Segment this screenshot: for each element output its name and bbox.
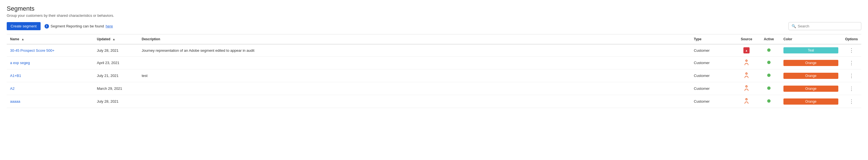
svg-point-5 bbox=[746, 86, 747, 87]
segment-type: Customer bbox=[690, 44, 735, 57]
color-bar: Orange bbox=[783, 86, 838, 92]
table-container: Name ▲ Updated ▲ Description Type Source bbox=[7, 34, 861, 108]
col-header-options: Options bbox=[842, 34, 861, 44]
search-input[interactable] bbox=[798, 24, 858, 28]
segment-color: Teal bbox=[780, 44, 842, 57]
table-row: A1+B1July 21, 2021testCustomer Orange⋮ bbox=[7, 69, 861, 82]
segment-active bbox=[758, 82, 780, 95]
segment-active bbox=[758, 69, 780, 82]
segment-source bbox=[735, 69, 758, 82]
segment-color: Orange bbox=[780, 95, 842, 108]
options-menu-button[interactable]: ⋮ bbox=[847, 47, 856, 54]
segment-options-cell: ⋮ bbox=[842, 82, 861, 95]
segment-source bbox=[735, 95, 758, 108]
segment-color: Orange bbox=[780, 82, 842, 95]
info-banner: i Segment Reporting can be found here bbox=[44, 24, 113, 29]
col-header-updated[interactable]: Updated ▲ bbox=[94, 34, 138, 44]
info-text: Segment Reporting can be found bbox=[51, 24, 104, 28]
color-bar: Teal bbox=[783, 47, 838, 54]
segment-description bbox=[138, 95, 690, 108]
search-box: 🔍 bbox=[788, 22, 861, 30]
segment-description: test bbox=[138, 69, 690, 82]
segment-name-link[interactable]: aaaaa bbox=[10, 99, 20, 103]
options-menu-button[interactable]: ⋮ bbox=[847, 60, 856, 66]
col-header-color: Color bbox=[780, 34, 842, 44]
toolbar: Create segment i Segment Reporting can b… bbox=[7, 22, 861, 30]
toolbar-left: Create segment i Segment Reporting can b… bbox=[7, 22, 113, 30]
table-header-row: Name ▲ Updated ▲ Description Type Source bbox=[7, 34, 861, 44]
segments-table: Name ▲ Updated ▲ Description Type Source bbox=[7, 34, 861, 108]
segment-name-link[interactable]: a exp segeg bbox=[10, 61, 30, 65]
segment-active bbox=[758, 57, 780, 69]
create-segment-button[interactable]: Create segment bbox=[7, 22, 40, 30]
segment-options-cell: ⋮ bbox=[842, 95, 861, 108]
svg-point-7 bbox=[746, 99, 747, 100]
segment-updated: July 28, 2021 bbox=[94, 44, 138, 57]
segment-name-link[interactable]: A2 bbox=[10, 87, 14, 91]
segment-description bbox=[138, 82, 690, 95]
active-indicator bbox=[767, 99, 771, 103]
segment-active bbox=[758, 95, 780, 108]
color-bar: Orange bbox=[783, 60, 838, 66]
segment-updated: April 23, 2021 bbox=[94, 57, 138, 69]
col-header-active: Active bbox=[758, 34, 780, 44]
segment-source bbox=[735, 57, 758, 69]
segment-updated: July 21, 2021 bbox=[94, 69, 138, 82]
segment-type: Customer bbox=[690, 69, 735, 82]
col-header-type: Type bbox=[690, 34, 735, 44]
segment-type: Customer bbox=[690, 82, 735, 95]
segment-description bbox=[138, 57, 690, 69]
page-container: Segments Group your customers by their s… bbox=[0, 0, 868, 108]
svg-point-1 bbox=[746, 60, 747, 61]
segment-source: ▲ bbox=[735, 44, 758, 57]
options-menu-button[interactable]: ⋮ bbox=[847, 73, 856, 79]
segment-color: Orange bbox=[780, 57, 842, 69]
segment-type: Customer bbox=[690, 95, 735, 108]
name-sort-icon: ▲ bbox=[21, 37, 24, 41]
active-indicator bbox=[767, 73, 771, 77]
page-subtitle: Group your customers by their shared cha… bbox=[7, 13, 861, 18]
active-indicator bbox=[767, 61, 771, 64]
col-header-name[interactable]: Name ▲ bbox=[7, 34, 94, 44]
adobe-source-icon: ▲ bbox=[743, 47, 750, 54]
segment-description: Journey representation of an Adobe segme… bbox=[138, 44, 690, 57]
table-row: 30-45 Prospect Score 500+July 28, 2021Jo… bbox=[7, 44, 861, 57]
segment-updated: March 29, 2021 bbox=[94, 82, 138, 95]
page-title: Segments bbox=[7, 5, 861, 12]
custom-source-icon bbox=[744, 87, 749, 92]
table-row: a exp segegApril 23, 2021Customer Orange… bbox=[7, 57, 861, 69]
segment-updated: July 28, 2021 bbox=[94, 95, 138, 108]
custom-source-icon bbox=[744, 74, 749, 79]
segment-name-link[interactable]: 30-45 Prospect Score 500+ bbox=[10, 49, 55, 53]
color-bar: Orange bbox=[783, 73, 838, 79]
updated-sort-icon: ▲ bbox=[112, 37, 115, 41]
segment-options-cell: ⋮ bbox=[842, 44, 861, 57]
svg-point-3 bbox=[746, 73, 747, 74]
table-row: aaaaaJuly 28, 2021Customer Orange⋮ bbox=[7, 95, 861, 108]
active-indicator bbox=[767, 87, 771, 90]
options-menu-button[interactable]: ⋮ bbox=[847, 86, 856, 92]
segment-options-cell: ⋮ bbox=[842, 57, 861, 69]
segment-type: Customer bbox=[690, 57, 735, 69]
custom-source-icon bbox=[744, 100, 749, 105]
table-row: A2March 29, 2021Customer Orange⋮ bbox=[7, 82, 861, 95]
col-header-description: Description bbox=[138, 34, 690, 44]
options-menu-button[interactable]: ⋮ bbox=[847, 98, 856, 105]
custom-source-icon bbox=[744, 62, 749, 66]
col-header-source: Source bbox=[735, 34, 758, 44]
segment-options-cell: ⋮ bbox=[842, 69, 861, 82]
segment-active bbox=[758, 44, 780, 57]
active-indicator bbox=[767, 49, 771, 52]
segment-name-link[interactable]: A1+B1 bbox=[10, 73, 21, 78]
segment-color: Orange bbox=[780, 69, 842, 82]
info-link[interactable]: here bbox=[105, 24, 113, 28]
info-icon: i bbox=[44, 24, 49, 29]
search-icon: 🔍 bbox=[792, 24, 796, 28]
segment-source bbox=[735, 82, 758, 95]
color-bar: Orange bbox=[783, 98, 838, 105]
